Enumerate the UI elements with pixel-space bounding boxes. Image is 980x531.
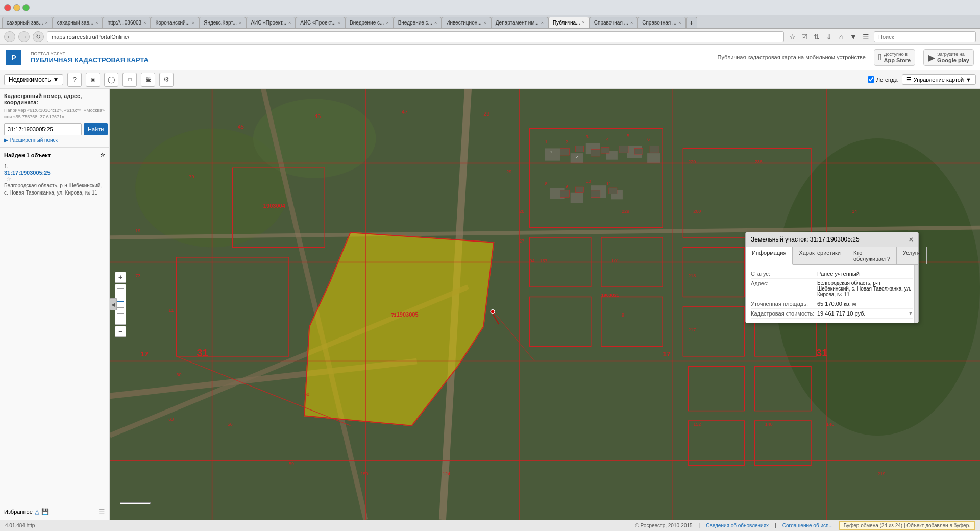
select-tool-btn[interactable]: ▣ [86, 73, 100, 87]
popup-tab-characteristics[interactable]: Характеристики [793, 247, 847, 264]
settings-tool-btn[interactable]: ⚙ [159, 73, 174, 87]
popup-close-button[interactable]: × [909, 235, 913, 244]
portal-label: ПОРТАЛ УСЛУГ [31, 51, 65, 56]
favorites-save-icon[interactable]: 💾 [41, 508, 49, 515]
favorites-settings-icon[interactable]: ☰ [99, 508, 105, 516]
print-tool-btn[interactable]: 🖶 [141, 73, 155, 87]
area-tool-btn[interactable]: □ [122, 73, 137, 87]
result-link-0[interactable]: 31:17:1903005:25 [4, 170, 105, 176]
results-count: Найден 1 объект [4, 152, 51, 158]
popup-header: Земельный участок: 31:17:1903005:25 × [746, 232, 918, 247]
maximize-button[interactable] [22, 4, 30, 11]
result-index: 1. [4, 164, 8, 170]
measure-tool-btn[interactable]: ◯ [104, 73, 118, 87]
popup-value-cost: 19 461 717.10 руб. [817, 310, 908, 317]
find-button[interactable]: Найти [84, 123, 108, 135]
question-tool-btn[interactable]: ? [67, 73, 82, 87]
map-management-btn[interactable]: ☰ Управление картой ▼ [902, 74, 976, 85]
result-item-0[interactable]: 1. 31:17:1903005:25 ☆ Белгородская облас… [4, 161, 105, 199]
legend-checkbox-label[interactable]: Легенда [868, 76, 898, 83]
favorites-label: Избранное [4, 509, 33, 515]
window-controls[interactable] [4, 4, 30, 11]
header-right: Публичная кадастровая карта на мобильном… [718, 49, 974, 66]
address-bar-row: ← → ↻ ☆ ☑ ⇅ ⇓ ⌂ ▼ ☰ [0, 29, 980, 45]
tab-13[interactable]: Справочная ...× [638, 17, 685, 28]
status-bar: 4.01.484.http © Росреестр, 2010-2015 | С… [0, 520, 980, 531]
tab-1[interactable]: сахарный зав...× [53, 17, 103, 28]
cadastral-search-input[interactable] [4, 123, 82, 135]
search-hint: Например «61:6:10104:12», «61:6:*», «Мос… [4, 107, 105, 120]
popup-title: Земельный участок: 31:17:1903005:25 [751, 236, 860, 243]
tab-new[interactable]: + [686, 17, 697, 28]
agreement-link[interactable]: Соглашение об исп... [782, 523, 833, 528]
results-header: Найден 1 объект ☆ [4, 152, 105, 158]
zoom-tick-4 [117, 307, 124, 308]
legend-checkbox[interactable] [868, 76, 874, 83]
popup-value-area: 65 170.00 кв. м [817, 301, 913, 307]
results-panel: Найден 1 объект ☆ 1. 31:17:1903005:25 ☆ … [0, 148, 109, 203]
popup-row-area: Уточненная площадь: 65 170.00 кв. м [751, 299, 913, 309]
popup-tab-info[interactable]: Информация [746, 247, 793, 265]
tab-6[interactable]: АИС «Проект...× [296, 17, 345, 28]
result-fav-icon-0[interactable]: ☆ [6, 176, 11, 182]
tab-12[interactable]: Справочная ...× [590, 17, 638, 28]
zoom-tick-6 [117, 320, 124, 320]
google-play-badge[interactable]: ▶ Загрузите на Google play [923, 49, 974, 66]
apple-icon:  [878, 52, 882, 63]
zoom-out-button[interactable]: − [115, 326, 126, 337]
browser-search-input[interactable] [874, 31, 976, 42]
tab-11-active[interactable]: Публична...× [548, 17, 590, 28]
bookmark-icon[interactable]: ☆ [787, 32, 797, 42]
popup-scrollbar[interactable] [914, 265, 918, 323]
menu-icon[interactable]: ☰ [861, 32, 871, 42]
zoom-tick-2 [117, 295, 124, 295]
zoom-in-button[interactable]: + [115, 272, 126, 283]
app-logo: ПОРТАЛ УСЛУГ ПУБЛИЧНАЯ КАДАСТРОВАЯ КАРТА [31, 51, 149, 64]
app-store-badge[interactable]:  Доступно в App Store [874, 49, 915, 66]
zoom-tick-1 [117, 288, 124, 289]
popup-tab-service[interactable]: Кто обслуживает? [847, 247, 897, 264]
tab-9[interactable]: Инвестицион...× [442, 17, 491, 28]
advanced-search-link[interactable]: ▶ Расширенный поиск [4, 137, 105, 143]
popup-label-area: Уточненная площадь: [751, 301, 817, 307]
close-button[interactable] [4, 4, 11, 11]
copyright: © Росреестр, 2010-2015 [635, 523, 692, 528]
mobile-text: Публичная кадастровая карта на мобильном… [718, 54, 866, 61]
extension-icon[interactable]: ▼ [848, 32, 859, 42]
status-notice: Буфер обмена (24 из 24) | Объект добавле… [839, 521, 975, 530]
tab-5[interactable]: АИС «Проект...× [246, 17, 296, 28]
popup-row-address: Адрес: Белгородская область, р-н Шебекин… [751, 279, 913, 299]
results-fav-icon[interactable]: ☆ [100, 152, 105, 158]
popup-label-status: Статус: [751, 271, 817, 277]
popup-tab-services[interactable]: Услуги [897, 247, 927, 264]
tab-10[interactable]: Департамент им...× [491, 17, 548, 28]
zoom-tick-5 [117, 313, 124, 314]
realty-dropdown[interactable]: Недвижимость ▼ [4, 74, 63, 85]
tab-3[interactable]: Корочанский...× [151, 17, 199, 28]
minimize-button[interactable] [13, 4, 20, 11]
update-link[interactable]: Сведения об обновлениях [706, 523, 769, 528]
google-play-icon: ▶ [928, 52, 935, 63]
tab-bar: сахарный зав...× сахарный зав...× http:/… [0, 15, 980, 29]
tab-2[interactable]: http://...086003× [103, 17, 151, 28]
app-store-text: Доступно в App Store [884, 52, 911, 64]
tab-8[interactable]: Внедрение с...× [394, 17, 442, 28]
map-container[interactable]: 1903004 1903005 1903021 1 2 3 4 5 6 8 9 … [110, 89, 980, 520]
tab-4[interactable]: Яндекс.Карт...× [199, 17, 246, 28]
forward-button[interactable]: → [18, 31, 30, 42]
tab-0[interactable]: сахарный зав...× [2, 17, 53, 28]
zoom-tick-active [117, 301, 124, 302]
sidebar-collapse-arrow[interactable]: ◀ [110, 298, 117, 310]
reload-button[interactable]: ↻ [33, 31, 44, 42]
search-panel: Кадастровый номер, адрес, координата: На… [0, 89, 109, 148]
security-icon[interactable]: ☑ [799, 32, 810, 42]
sync-icon[interactable]: ⇅ [812, 32, 822, 42]
browser-titlebar [0, 0, 980, 15]
favorites-add-icon[interactable]: △ [35, 508, 39, 515]
address-input[interactable] [47, 31, 784, 42]
app-header: Р ПОРТАЛ УСЛУГ ПУБЛИЧНАЯ КАДАСТРОВАЯ КАР… [0, 45, 980, 70]
tab-7[interactable]: Внедрение с...× [345, 17, 394, 28]
home-icon[interactable]: ⌂ [836, 32, 846, 42]
back-button[interactable]: ← [4, 31, 15, 42]
download-icon[interactable]: ⇓ [824, 32, 834, 42]
